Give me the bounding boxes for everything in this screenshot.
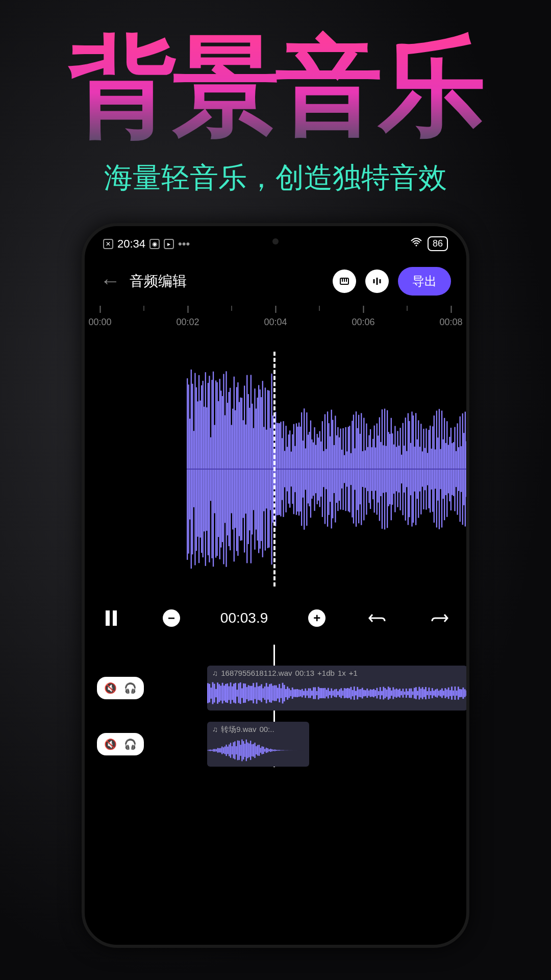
clip-speed: 1x <box>338 669 346 677</box>
play-status-icon: ▸ <box>164 239 174 249</box>
mute-icon[interactable]: 🔇 <box>104 682 117 694</box>
svg-rect-291 <box>305 688 306 697</box>
track-row: 🔇 🎧 ♫ 转场9.wav 00:.. <box>85 721 466 767</box>
svg-rect-388 <box>462 687 464 698</box>
export-button[interactable]: 导出 <box>398 267 451 296</box>
svg-rect-321 <box>354 686 355 699</box>
svg-rect-404 <box>226 744 227 755</box>
svg-rect-295 <box>311 691 313 696</box>
zoom-out-button[interactable]: − <box>163 609 180 627</box>
svg-rect-406 <box>229 744 230 756</box>
transport-bar: − 00:03.9 + <box>85 586 466 645</box>
svg-rect-346 <box>394 689 396 697</box>
svg-rect-336 <box>378 691 380 695</box>
svg-rect-296 <box>313 687 314 699</box>
svg-rect-400 <box>220 748 221 752</box>
headphone-icon[interactable]: 🎧 <box>124 738 137 750</box>
headphone-icon[interactable]: 🎧 <box>124 682 137 694</box>
svg-rect-256 <box>248 685 249 701</box>
track-controls: 🔇 🎧 <box>97 677 144 699</box>
playhead[interactable] <box>273 352 276 586</box>
svg-rect-384 <box>456 691 458 696</box>
svg-rect-264 <box>261 684 262 702</box>
svg-rect-318 <box>348 688 350 697</box>
svg-rect-277 <box>282 682 284 703</box>
svg-rect-381 <box>451 687 453 700</box>
svg-rect-343 <box>389 688 391 698</box>
svg-rect-376 <box>443 691 444 695</box>
svg-rect-310 <box>336 689 337 697</box>
svg-rect-424 <box>254 742 255 757</box>
svg-rect-230 <box>113 610 117 626</box>
main-waveform[interactable] <box>85 352 466 586</box>
svg-rect-282 <box>290 690 292 696</box>
svg-rect-276 <box>280 688 282 698</box>
svg-rect-236 <box>215 689 217 697</box>
svg-rect-266 <box>264 686 266 699</box>
svg-rect-327 <box>363 690 365 696</box>
svg-rect-440 <box>277 750 278 750</box>
pause-button[interactable] <box>100 607 122 629</box>
audio-clip[interactable]: ♫ 1687955618112.wav 00:13 +1db 1x +1 <box>207 666 467 710</box>
svg-rect-237 <box>217 682 218 703</box>
app-header: ← 音频编辑 导出 <box>85 252 466 306</box>
svg-rect-269 <box>269 684 270 702</box>
svg-rect-390 <box>466 690 467 696</box>
svg-rect-320 <box>352 690 354 696</box>
timeline-ruler[interactable]: 00:0000:0200:0400:0600:08 <box>85 306 466 336</box>
svg-rect-398 <box>217 748 218 752</box>
svg-rect-352 <box>404 691 406 694</box>
zoom-in-button[interactable]: + <box>308 609 325 627</box>
svg-rect-328 <box>365 690 366 696</box>
svg-rect-231 <box>207 683 209 703</box>
record-icon: ◉ <box>149 239 160 249</box>
svg-rect-253 <box>243 683 244 702</box>
redo-button[interactable] <box>429 607 451 629</box>
svg-rect-357 <box>412 691 414 695</box>
svg-rect-340 <box>384 688 386 698</box>
waveform-icon[interactable] <box>365 270 389 293</box>
svg-rect-294 <box>310 688 311 698</box>
svg-rect-323 <box>357 687 358 699</box>
svg-rect-254 <box>244 683 246 702</box>
hero-subtitle: 海量轻音乐，创造独特音效 <box>0 159 551 198</box>
clip-filename: 转场9.wav <box>221 725 256 734</box>
svg-rect-373 <box>438 691 440 695</box>
back-icon[interactable]: ← <box>100 270 120 292</box>
svg-rect-444 <box>283 750 284 750</box>
svg-rect-278 <box>284 684 285 701</box>
svg-rect-313 <box>340 688 342 698</box>
mute-icon[interactable]: 🔇 <box>104 738 117 750</box>
undo-button[interactable] <box>366 607 388 629</box>
svg-rect-438 <box>274 749 276 751</box>
svg-point-0 <box>415 244 417 246</box>
svg-rect-356 <box>410 688 412 698</box>
piano-icon[interactable] <box>333 270 356 293</box>
svg-rect-350 <box>400 691 402 695</box>
svg-rect-422 <box>252 744 253 756</box>
svg-rect-284 <box>293 689 295 697</box>
svg-rect-232 <box>209 683 210 702</box>
track-row: 🔇 🎧 ♫ 1687955618112.wav 00:13 +1db 1x +1 <box>85 665 466 711</box>
svg-rect-349 <box>399 689 400 697</box>
ruler-tick: 00:08 <box>439 306 462 328</box>
clip-pitch: +1 <box>349 669 358 677</box>
svg-rect-290 <box>303 691 305 695</box>
svg-rect-281 <box>288 688 290 698</box>
svg-rect-351 <box>403 689 404 698</box>
svg-rect-279 <box>285 689 287 697</box>
svg-rect-435 <box>270 748 271 751</box>
ruler-tick: 00:04 <box>264 306 287 328</box>
svg-rect-360 <box>417 691 418 695</box>
svg-rect-417 <box>244 744 245 757</box>
svg-rect-439 <box>276 750 277 751</box>
svg-rect-261 <box>256 682 258 703</box>
svg-rect-309 <box>334 689 336 697</box>
svg-rect-316 <box>345 688 347 697</box>
svg-rect-366 <box>427 691 428 695</box>
svg-rect-428 <box>260 748 261 753</box>
svg-rect-359 <box>415 687 417 699</box>
svg-rect-409 <box>233 742 234 758</box>
audio-clip[interactable]: ♫ 转场9.wav 00:.. <box>207 722 309 767</box>
svg-rect-285 <box>295 689 296 697</box>
